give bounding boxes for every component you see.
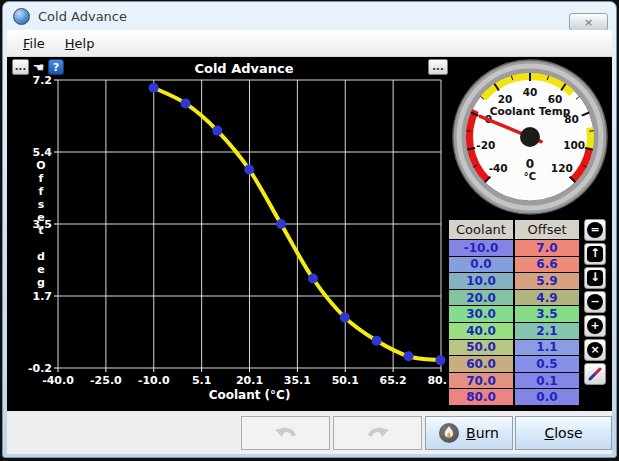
editor-panel: -40.0-25.0-10.05.120.135.150.165.280.27.… — [7, 57, 612, 411]
close-icon: × — [584, 16, 593, 29]
title-bar[interactable]: Cold Advance — [3, 2, 616, 30]
svg-text:5.1: 5.1 — [192, 374, 212, 387]
svg-text:60: 60 — [548, 93, 563, 105]
burn-label: Burn — [466, 425, 499, 441]
offset-cell[interactable]: 5.9 — [515, 273, 579, 289]
svg-text:-0.2: -0.2 — [28, 362, 52, 375]
burn-flame-icon — [439, 423, 459, 443]
undo-button[interactable] — [241, 416, 330, 450]
menu-file[interactable]: File — [13, 33, 55, 54]
offset-cell[interactable]: 0.0 — [515, 389, 579, 405]
offset-cell[interactable]: 3.5 — [515, 306, 579, 322]
equalize-icon: = — [587, 222, 603, 238]
edit-button[interactable] — [584, 363, 606, 385]
close-label: Close — [544, 425, 582, 441]
svg-text:-10.0: -10.0 — [138, 374, 170, 387]
coolant-cell[interactable]: 40.0 — [449, 323, 513, 339]
menu-bar: File Help — [7, 30, 612, 57]
shift-up-icon: ↑ — [587, 246, 603, 262]
offset-column-header: Offset — [515, 220, 579, 239]
offset-cell[interactable]: 2.1 — [515, 323, 579, 339]
table-row: 10.05.9 — [449, 273, 579, 289]
coolant-cell[interactable]: 60.0 — [449, 356, 513, 372]
decrement-icon: − — [587, 294, 603, 310]
curve-table: Coolant Offset -10.07.00.06.610.05.920.0… — [447, 219, 581, 406]
table-row: 70.00.1 — [449, 373, 579, 389]
svg-text:0: 0 — [526, 157, 534, 171]
svg-text:-40.0: -40.0 — [42, 374, 74, 387]
svg-text:1.7: 1.7 — [33, 290, 53, 303]
curve-plot[interactable]: -40.0-25.0-10.05.120.135.150.165.280.27.… — [7, 57, 452, 411]
footer-bar: Burn Close — [7, 411, 612, 454]
coolant-cell[interactable]: 0.0 — [449, 257, 513, 273]
shift-down-icon: ↓ — [587, 270, 603, 286]
undo-icon — [273, 423, 299, 443]
coolant-cell[interactable]: 70.0 — [449, 373, 513, 389]
offset-cell[interactable]: 0.1 — [515, 373, 579, 389]
curve-data-panel: Coolant Offset -10.07.00.06.610.05.920.0… — [447, 219, 606, 406]
pencil-icon — [588, 367, 602, 381]
svg-text:40: 40 — [523, 86, 538, 98]
increment-button[interactable]: + — [584, 315, 606, 337]
shift-down-button[interactable]: ↓ — [584, 267, 606, 289]
app-icon — [13, 8, 30, 25]
svg-text:100: 100 — [563, 139, 585, 151]
window-title: Cold Advance — [38, 9, 127, 24]
svg-text:-40: -40 — [489, 162, 508, 174]
chart-menu-dots-button[interactable]: ... — [428, 59, 448, 75]
options-dots-button[interactable]: ... — [12, 59, 29, 75]
table-row: 40.02.1 — [449, 323, 579, 339]
equalize-button[interactable]: = — [584, 219, 606, 241]
decrement-button[interactable]: − — [584, 291, 606, 313]
svg-text:-20: -20 — [476, 139, 495, 151]
clear-icon: × — [587, 342, 603, 358]
table-row: -10.07.0 — [449, 240, 579, 256]
shift-up-button[interactable]: ↑ — [584, 243, 606, 265]
coolant-cell[interactable]: 10.0 — [449, 273, 513, 289]
coolant-temp-gauge: -40-20020406080100120Coolant Temp0°C — [450, 57, 610, 217]
table-row: 30.03.5 — [449, 306, 579, 322]
redo-icon — [365, 423, 391, 443]
offset-cell[interactable]: 4.9 — [515, 290, 579, 306]
coolant-cell[interactable]: 30.0 — [449, 306, 513, 322]
table-row: 60.00.5 — [449, 356, 579, 372]
coolant-cell[interactable]: 80.0 — [449, 389, 513, 405]
svg-text:120: 120 — [551, 162, 573, 174]
svg-text:-25.0: -25.0 — [90, 374, 122, 387]
burn-button[interactable]: Burn — [425, 416, 513, 450]
menu-help[interactable]: Help — [55, 33, 105, 54]
svg-text:°C: °C — [524, 171, 536, 182]
offset-cell[interactable]: 1.1 — [515, 340, 579, 356]
svg-text:5.4: 5.4 — [33, 146, 53, 159]
redo-button[interactable] — [333, 416, 422, 450]
svg-text:Coolant Temp: Coolant Temp — [490, 105, 571, 117]
cold-advance-dialog: Cold Advance × File Help -40.0-25.0-10.0… — [2, 1, 617, 458]
svg-text:65.2: 65.2 — [380, 374, 407, 387]
client-area: File Help -40.0-25.0-10.05.120.135.150.1… — [7, 30, 612, 454]
table-row: 50.01.1 — [449, 340, 579, 356]
svg-text:20: 20 — [498, 93, 513, 105]
coolant-cell[interactable]: 50.0 — [449, 340, 513, 356]
clear-button[interactable]: × — [584, 339, 606, 361]
coolant-cell[interactable]: 20.0 — [449, 290, 513, 306]
table-row: 20.04.9 — [449, 290, 579, 306]
close-button[interactable]: Close — [515, 416, 612, 450]
increment-icon: + — [587, 318, 603, 334]
svg-text:35.1: 35.1 — [284, 374, 311, 387]
coolant-column-header: Coolant — [449, 220, 513, 239]
offset-cell[interactable]: 0.5 — [515, 356, 579, 372]
offset-cell[interactable]: 6.6 — [515, 257, 579, 273]
chart-title: Cold Advance — [34, 61, 454, 76]
table-row: 0.06.6 — [449, 257, 579, 273]
svg-text:50.1: 50.1 — [332, 374, 359, 387]
coolant-cell[interactable]: -10.0 — [449, 240, 513, 256]
table-row: 80.00.0 — [449, 389, 579, 405]
table-edit-buttons: =↑↓−+× — [584, 219, 606, 385]
offset-cell[interactable]: 7.0 — [515, 240, 579, 256]
window-close-button[interactable]: × — [569, 13, 608, 31]
y-axis-title: O f f s e t d e g — [34, 159, 48, 289]
svg-text:Coolant (°C): Coolant (°C) — [209, 388, 291, 402]
svg-text:20.1: 20.1 — [236, 374, 263, 387]
